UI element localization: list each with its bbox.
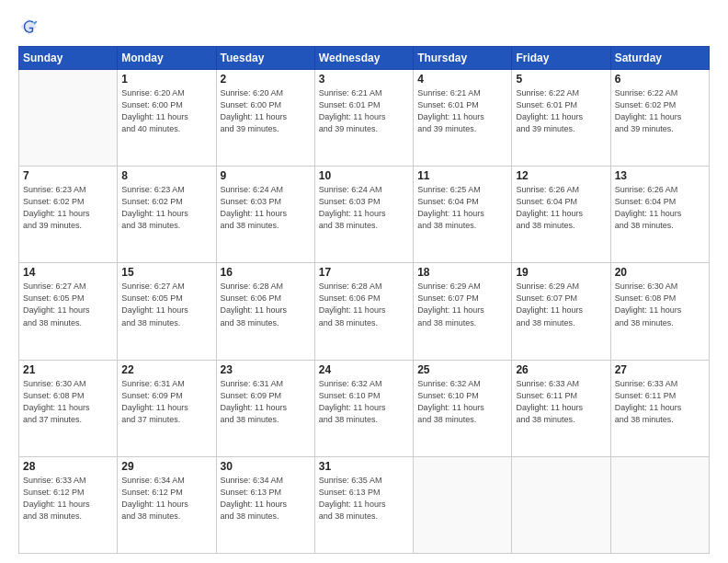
calendar-cell [512, 456, 610, 553]
day-info: Sunrise: 6:21 AM Sunset: 6:01 PM Dayligh… [417, 87, 507, 135]
calendar-cell: 6Sunrise: 6:22 AM Sunset: 6:02 PM Daylig… [610, 70, 709, 167]
day-info: Sunrise: 6:30 AM Sunset: 6:08 PM Dayligh… [615, 281, 705, 328]
day-number: 4 [417, 73, 507, 86]
day-number: 7 [23, 169, 113, 182]
day-info: Sunrise: 6:30 AM Sunset: 6:08 PM Dayligh… [23, 378, 113, 426]
calendar-cell: 21Sunrise: 6:30 AM Sunset: 6:08 PM Dayli… [19, 360, 118, 456]
calendar-week-row: 1Sunrise: 6:20 AM Sunset: 6:00 PM Daylig… [19, 70, 710, 167]
day-number: 5 [516, 73, 606, 86]
calendar-week-row: 14Sunrise: 6:27 AM Sunset: 6:05 PM Dayli… [19, 263, 710, 360]
calendar-cell: 16Sunrise: 6:28 AM Sunset: 6:06 PM Dayli… [216, 263, 314, 360]
day-number: 13 [615, 169, 705, 182]
calendar-cell: 20Sunrise: 6:30 AM Sunset: 6:08 PM Dayli… [610, 263, 709, 360]
day-info: Sunrise: 6:31 AM Sunset: 6:09 PM Dayligh… [221, 378, 311, 426]
calendar-cell [19, 70, 118, 167]
day-number: 21 [23, 363, 113, 376]
day-number: 18 [417, 266, 507, 279]
day-info: Sunrise: 6:32 AM Sunset: 6:10 PM Dayligh… [319, 378, 409, 426]
day-info: Sunrise: 6:27 AM Sunset: 6:05 PM Dayligh… [121, 281, 211, 328]
day-info: Sunrise: 6:34 AM Sunset: 6:13 PM Dayligh… [221, 475, 311, 523]
day-number: 1 [121, 73, 211, 86]
day-info: Sunrise: 6:33 AM Sunset: 6:12 PM Dayligh… [23, 475, 113, 523]
weekday-header: Friday [512, 47, 610, 70]
calendar: SundayMondayTuesdayWednesdayThursdayFrid… [18, 46, 710, 554]
day-info: Sunrise: 6:24 AM Sunset: 6:03 PM Dayligh… [319, 184, 409, 232]
day-info: Sunrise: 6:20 AM Sunset: 6:00 PM Dayligh… [121, 87, 211, 135]
day-info: Sunrise: 6:23 AM Sunset: 6:02 PM Dayligh… [23, 184, 113, 232]
day-number: 27 [615, 363, 705, 376]
calendar-cell: 22Sunrise: 6:31 AM Sunset: 6:09 PM Dayli… [118, 360, 216, 456]
day-info: Sunrise: 6:34 AM Sunset: 6:12 PM Dayligh… [121, 475, 211, 523]
day-info: Sunrise: 6:33 AM Sunset: 6:11 PM Dayligh… [615, 378, 705, 426]
day-number: 9 [221, 169, 311, 182]
weekday-header: Tuesday [216, 47, 314, 70]
day-number: 2 [221, 73, 311, 86]
calendar-cell: 30Sunrise: 6:34 AM Sunset: 6:13 PM Dayli… [216, 456, 314, 553]
weekday-header: Sunday [19, 47, 118, 70]
day-info: Sunrise: 6:26 AM Sunset: 6:04 PM Dayligh… [516, 184, 606, 232]
day-number: 23 [221, 363, 311, 376]
calendar-cell: 24Sunrise: 6:32 AM Sunset: 6:10 PM Dayli… [314, 360, 413, 456]
day-number: 10 [319, 169, 409, 182]
weekday-header: Saturday [610, 47, 709, 70]
day-info: Sunrise: 6:28 AM Sunset: 6:06 PM Dayligh… [221, 281, 311, 328]
logo [18, 17, 42, 37]
calendar-cell: 26Sunrise: 6:33 AM Sunset: 6:11 PM Dayli… [512, 360, 610, 456]
day-number: 30 [221, 460, 311, 473]
day-number: 6 [615, 73, 705, 86]
calendar-cell [414, 456, 512, 553]
calendar-cell: 4Sunrise: 6:21 AM Sunset: 6:01 PM Daylig… [414, 70, 512, 167]
day-number: 22 [121, 363, 211, 376]
day-info: Sunrise: 6:28 AM Sunset: 6:06 PM Dayligh… [319, 281, 409, 328]
calendar-cell [610, 456, 709, 553]
calendar-cell: 23Sunrise: 6:31 AM Sunset: 6:09 PM Dayli… [216, 360, 314, 456]
day-number: 12 [516, 169, 606, 182]
day-number: 26 [516, 363, 606, 376]
calendar-cell: 31Sunrise: 6:35 AM Sunset: 6:13 PM Dayli… [314, 456, 413, 553]
day-number: 28 [23, 460, 113, 473]
calendar-cell: 15Sunrise: 6:27 AM Sunset: 6:05 PM Dayli… [118, 263, 216, 360]
calendar-cell: 19Sunrise: 6:29 AM Sunset: 6:07 PM Dayli… [512, 263, 610, 360]
calendar-cell: 13Sunrise: 6:26 AM Sunset: 6:04 PM Dayli… [610, 167, 709, 263]
day-info: Sunrise: 6:35 AM Sunset: 6:13 PM Dayligh… [319, 475, 409, 523]
day-info: Sunrise: 6:31 AM Sunset: 6:09 PM Dayligh… [121, 378, 211, 426]
calendar-week-row: 28Sunrise: 6:33 AM Sunset: 6:12 PM Dayli… [19, 456, 710, 553]
day-number: 16 [221, 266, 311, 279]
day-info: Sunrise: 6:33 AM Sunset: 6:11 PM Dayligh… [516, 378, 606, 426]
day-info: Sunrise: 6:25 AM Sunset: 6:04 PM Dayligh… [417, 184, 507, 232]
calendar-cell: 28Sunrise: 6:33 AM Sunset: 6:12 PM Dayli… [19, 456, 118, 553]
day-info: Sunrise: 6:22 AM Sunset: 6:01 PM Dayligh… [516, 87, 606, 135]
calendar-cell: 7Sunrise: 6:23 AM Sunset: 6:02 PM Daylig… [19, 167, 118, 263]
calendar-cell: 2Sunrise: 6:20 AM Sunset: 6:00 PM Daylig… [216, 70, 314, 167]
day-info: Sunrise: 6:27 AM Sunset: 6:05 PM Dayligh… [23, 281, 113, 328]
weekday-header: Thursday [414, 47, 512, 70]
calendar-cell: 1Sunrise: 6:20 AM Sunset: 6:00 PM Daylig… [118, 70, 216, 167]
day-info: Sunrise: 6:23 AM Sunset: 6:02 PM Dayligh… [121, 184, 211, 232]
day-number: 25 [417, 363, 507, 376]
calendar-cell: 17Sunrise: 6:28 AM Sunset: 6:06 PM Dayli… [314, 263, 413, 360]
day-number: 24 [319, 363, 409, 376]
day-info: Sunrise: 6:26 AM Sunset: 6:04 PM Dayligh… [615, 184, 705, 232]
day-info: Sunrise: 6:32 AM Sunset: 6:10 PM Dayligh… [417, 378, 507, 426]
calendar-cell: 8Sunrise: 6:23 AM Sunset: 6:02 PM Daylig… [118, 167, 216, 263]
day-number: 11 [417, 169, 507, 182]
day-number: 14 [23, 266, 113, 279]
day-info: Sunrise: 6:24 AM Sunset: 6:03 PM Dayligh… [221, 184, 311, 232]
weekday-header: Wednesday [314, 47, 413, 70]
calendar-cell: 3Sunrise: 6:21 AM Sunset: 6:01 PM Daylig… [314, 70, 413, 167]
logo-icon [18, 17, 39, 37]
day-info: Sunrise: 6:20 AM Sunset: 6:00 PM Dayligh… [221, 87, 311, 135]
calendar-cell: 10Sunrise: 6:24 AM Sunset: 6:03 PM Dayli… [314, 167, 413, 263]
day-number: 19 [516, 266, 606, 279]
day-number: 31 [319, 460, 409, 473]
calendar-cell: 27Sunrise: 6:33 AM Sunset: 6:11 PM Dayli… [610, 360, 709, 456]
calendar-week-row: 7Sunrise: 6:23 AM Sunset: 6:02 PM Daylig… [19, 167, 710, 263]
calendar-cell: 25Sunrise: 6:32 AM Sunset: 6:10 PM Dayli… [414, 360, 512, 456]
calendar-cell: 18Sunrise: 6:29 AM Sunset: 6:07 PM Dayli… [414, 263, 512, 360]
calendar-cell: 9Sunrise: 6:24 AM Sunset: 6:03 PM Daylig… [216, 167, 314, 263]
day-number: 17 [319, 266, 409, 279]
calendar-cell: 14Sunrise: 6:27 AM Sunset: 6:05 PM Dayli… [19, 263, 118, 360]
header [18, 17, 710, 37]
day-number: 3 [319, 73, 409, 86]
day-info: Sunrise: 6:29 AM Sunset: 6:07 PM Dayligh… [417, 281, 507, 328]
